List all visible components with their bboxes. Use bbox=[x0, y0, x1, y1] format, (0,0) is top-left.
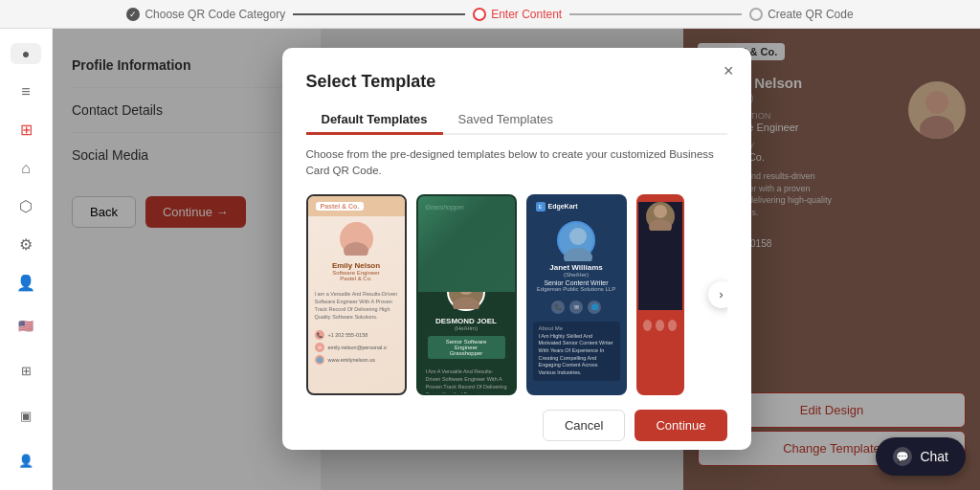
step-label-2: Enter Content bbox=[491, 8, 562, 21]
tmpl3-name: Janet Williams bbox=[528, 263, 625, 272]
sidebar-item-user[interactable]: 👤 bbox=[11, 272, 41, 293]
step-circle-2 bbox=[473, 8, 486, 21]
sidebar-item-list[interactable]: ≡ bbox=[11, 81, 41, 102]
modal-close-button[interactable]: × bbox=[724, 62, 734, 79]
tmpl3-about-label: About Me bbox=[539, 325, 614, 331]
tmpl3-phone-icon: 📞 bbox=[551, 301, 565, 314]
tmpl2-title-badge: Senior Software EngineerGrasshopper bbox=[428, 336, 505, 359]
tmpl1-avatar bbox=[340, 222, 373, 256]
sidebar: ● ≡ ⊞ ⌂ ⬡ ⚙ 👤 🇺🇸 ⊞ ▣ 👤 bbox=[0, 29, 53, 490]
modal-continue-button[interactable]: Continue bbox=[635, 410, 726, 441]
tmpl3-web-icon: 🌐 bbox=[588, 301, 601, 314]
svg-point-8 bbox=[564, 248, 592, 261]
sidebar-item-chart[interactable]: ⬡ bbox=[11, 195, 41, 216]
tmpl1-email: ✉ emily.nelson@personal.o bbox=[315, 343, 398, 352]
cancel-button[interactable]: Cancel bbox=[543, 410, 625, 441]
tmpl1-logo: Pastel & Co. bbox=[316, 202, 365, 211]
step-create-qr: Create QR Code bbox=[749, 8, 853, 21]
tmpl4-avatar bbox=[646, 202, 675, 231]
sidebar-item-settings[interactable]: ⚙ bbox=[11, 234, 41, 255]
modal-overlay: × Select Template Default Templates Save… bbox=[53, 29, 980, 490]
tmpl3-header: E EdgeKart bbox=[528, 196, 625, 217]
tmpl3-about-section: About Me I Am Highly Skilled And Motivat… bbox=[533, 322, 620, 381]
svg-point-3 bbox=[344, 242, 368, 256]
template-card-edgekart[interactable]: E EdgeKart Janet Williams (She/Her) Seni… bbox=[526, 194, 627, 395]
modal-description: Choose from the pre-designed templates b… bbox=[306, 146, 727, 180]
tmpl3-mail-icon: ✉ bbox=[569, 301, 583, 314]
phone-icon: 📞 bbox=[315, 330, 324, 340]
tmpl1-body: I am a Versatile And Results-Driven Soft… bbox=[308, 285, 405, 326]
progress-bar: ✓ Choose QR Code Category Enter Content … bbox=[0, 0, 980, 29]
svg-point-6 bbox=[453, 297, 479, 309]
next-template-button[interactable]: › bbox=[708, 281, 727, 308]
tab-saved-templates[interactable]: Saved Templates bbox=[443, 106, 569, 135]
sidebar-item-qr[interactable]: ⊞ bbox=[11, 120, 41, 141]
modal-footer: Cancel Continue bbox=[306, 410, 727, 441]
tmpl2-name: DESMOND JOEL bbox=[418, 317, 515, 325]
templates-row: Pastel & Co. Emily Nelson Software Engin… bbox=[306, 194, 727, 395]
step-label-1: Choose QR Code Category bbox=[145, 8, 285, 21]
svg-point-10 bbox=[649, 219, 672, 231]
sidebar-logo[interactable]: ● bbox=[11, 43, 41, 64]
sidebar-item-home[interactable]: ⌂ bbox=[11, 158, 41, 179]
web-icon: 🌐 bbox=[315, 355, 324, 365]
tmpl3-about-body: I Am Highly Skilled And Motivated Senior… bbox=[539, 333, 614, 377]
tmpl3-company: Edgeman Public Solutions LLP bbox=[528, 286, 625, 292]
template-card-red[interactable] bbox=[636, 194, 684, 395]
svg-point-2 bbox=[348, 226, 364, 241]
tmpl4-circle-2 bbox=[656, 320, 664, 331]
sidebar-add-user[interactable]: 👤 bbox=[11, 445, 41, 476]
chat-icon: 💬 bbox=[893, 447, 912, 466]
modal-title: Select Template bbox=[306, 72, 727, 92]
tab-default-templates[interactable]: Default Templates bbox=[306, 106, 443, 135]
tmpl1-phone: 📞 +1 202 555-0158 bbox=[315, 330, 398, 340]
tmpl3-subtitle: (She/Her) bbox=[528, 272, 625, 278]
tmpl3-logo: EdgeKart bbox=[548, 203, 578, 210]
tmpl4-icon-row bbox=[643, 315, 678, 336]
tmpl4-bottom bbox=[638, 310, 682, 395]
sidebar-bottom: 🇺🇸 ⊞ ▣ 👤 bbox=[11, 310, 41, 490]
progress-line-2 bbox=[569, 13, 742, 15]
tmpl1-name: Emily Nelson bbox=[308, 261, 405, 270]
template-card-grasshopper[interactable]: Grasshopper bbox=[416, 194, 517, 395]
tmpl4-circle-3 bbox=[668, 320, 677, 331]
modal-tabs: Default Templates Saved Templates bbox=[306, 106, 727, 135]
template-card-pastel[interactable]: Pastel & Co. Emily Nelson Software Engin… bbox=[306, 194, 407, 395]
tmpl3-icons: 📞 ✉ 🌐 bbox=[528, 296, 625, 319]
svg-point-7 bbox=[569, 228, 587, 245]
sidebar-flag[interactable]: 🇺🇸 bbox=[11, 310, 41, 341]
tmpl1-web: 🌐 www.emilynelson.us bbox=[315, 355, 398, 365]
svg-rect-4 bbox=[418, 196, 515, 292]
tmpl2-image: Grasshopper bbox=[418, 196, 515, 292]
step-circle-1: ✓ bbox=[126, 8, 140, 21]
step-choose-category: ✓ Choose QR Code Category bbox=[126, 8, 285, 21]
email-icon: ✉ bbox=[315, 343, 324, 352]
progress-line-1 bbox=[293, 13, 465, 15]
tmpl3-title: Senior Content Writer bbox=[528, 279, 625, 286]
tmpl4-top bbox=[638, 202, 682, 310]
tmpl3-avatar bbox=[557, 221, 595, 259]
chat-button[interactable]: 💬 Chat bbox=[876, 437, 966, 476]
tmpl1-header: Pastel & Co. bbox=[308, 196, 405, 216]
tmpl1-contact: 📞 +1 202 555-0158 ✉ emily.nelson@persona… bbox=[308, 326, 405, 368]
step-enter-content: Enter Content bbox=[473, 8, 562, 21]
tmpl1-title: Software EngineerPastel & Co. bbox=[308, 270, 405, 285]
chat-label: Chat bbox=[920, 449, 948, 464]
select-template-modal: × Select Template Default Templates Save… bbox=[282, 48, 751, 450]
tmpl4-circle-1 bbox=[643, 320, 652, 331]
sidebar-gallery[interactable]: ⊞ bbox=[11, 355, 41, 386]
svg-point-9 bbox=[654, 205, 667, 218]
step-circle-3 bbox=[749, 8, 763, 21]
sidebar-image[interactable]: ▣ bbox=[11, 400, 41, 431]
tmpl2-body: I Am A Versatile And Results-Driven Soft… bbox=[418, 364, 515, 395]
step-label-3: Create QR Code bbox=[768, 8, 853, 21]
